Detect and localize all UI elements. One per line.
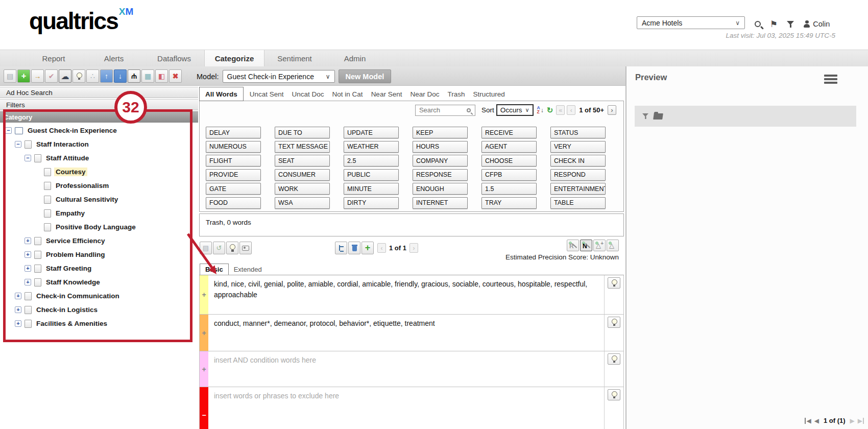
word-tab-structured[interactable]: Structured — [469, 90, 509, 98]
word-chip-cfpb[interactable]: CFPB — [481, 169, 537, 181]
delta-icon[interactable]: △ — [607, 240, 619, 251]
word-chip-1-5[interactable]: 1.5 — [481, 183, 537, 195]
flag-icon[interactable]: ⚑ — [770, 20, 778, 29]
sidebar-section-ad-hoc-search[interactable]: Ad Hoc Search — [0, 87, 198, 98]
sidebar-section-filters[interactable]: Filters — [0, 99, 198, 110]
rule-strip-add-icon[interactable]: + — [200, 275, 208, 314]
word-chip-choose[interactable]: CHOOSE — [481, 155, 537, 166]
rule-text-input[interactable]: conduct, manner*, demeanor, protocol, be… — [208, 315, 604, 351]
rule-strip-add-icon[interactable]: − — [200, 387, 208, 429]
save-icon[interactable]: ▤ — [4, 69, 16, 83]
prev-doc-icon[interactable]: ◀ — [814, 418, 819, 424]
word-chip-wsa[interactable]: WSA — [275, 197, 330, 209]
prev-rule-icon[interactable]: ‹ — [377, 243, 386, 253]
trash-icon[interactable] — [348, 242, 360, 254]
approve-document-icon[interactable]: ✔ — [45, 69, 58, 83]
save-rule-icon[interactable]: ▤ — [200, 242, 212, 254]
word-chip-numerous[interactable]: NUMEROUS — [206, 141, 261, 153]
word-chip-provide[interactable]: PROVIDE — [206, 169, 261, 181]
filter-icon[interactable] — [787, 20, 794, 28]
word-chip-internet[interactable]: INTERNET — [413, 197, 468, 209]
word-chip-2-5[interactable]: 2.5 — [344, 155, 399, 166]
refresh-icon[interactable]: ↻ — [547, 106, 553, 115]
word-chip-consumer[interactable]: CONSUMER — [275, 169, 330, 181]
word-chip-minute[interactable]: MINUTE — [344, 183, 399, 195]
word-tab-all-words[interactable]: All Words — [199, 87, 244, 101]
merge-categories-icon[interactable]: ◧ — [155, 69, 168, 83]
lightbulb-icon[interactable] — [226, 242, 238, 254]
rule-strip-add-icon[interactable]: + — [200, 351, 208, 387]
rule-text-input[interactable]: kind, nice, civil, genial, polite, amiab… — [208, 275, 604, 314]
word-chip-very[interactable]: VERY — [550, 141, 606, 153]
hierarchy-icon[interactable]: Ψ — [128, 69, 140, 83]
category-tree-icon[interactable] — [335, 242, 347, 254]
tab-admin[interactable]: Admin — [325, 50, 385, 66]
word-chip-table[interactable]: TABLE — [550, 197, 606, 209]
precision-score-icon[interactable]: N — [580, 240, 592, 251]
word-chip-respond[interactable]: RESPOND — [550, 169, 606, 181]
word-chip-hours[interactable]: HOURS — [413, 141, 468, 153]
user-menu[interactable]: Colin — [803, 20, 830, 28]
word-tab-trash[interactable]: Trash — [443, 90, 469, 98]
move-up-icon[interactable]: ↑ — [100, 69, 113, 83]
first-page-icon[interactable]: « — [556, 105, 565, 115]
word-tab-near-sent[interactable]: Near Sent — [367, 90, 406, 98]
word-tab-uncat-doc[interactable]: Uncat Doc — [288, 90, 328, 98]
rule-strip-add-icon[interactable]: + — [200, 315, 208, 351]
last-doc-icon[interactable]: ▶ — [858, 418, 864, 424]
word-tab-near-doc[interactable]: Near Doc — [406, 90, 443, 98]
recall-score-icon[interactable]: R — [567, 240, 579, 251]
tab-alerts[interactable]: Alerts — [84, 50, 144, 66]
rule-tab-extended[interactable]: Extended — [229, 264, 267, 275]
search-input[interactable] — [418, 106, 467, 114]
grid-icon[interactable]: ▦ — [141, 69, 154, 83]
word-chip-weather[interactable]: WEATHER — [344, 141, 399, 153]
tab-dataflows[interactable]: Dataflows — [144, 50, 204, 66]
rule-tab-basic[interactable]: Basic — [200, 264, 229, 275]
word-chip-check-in[interactable]: CHECK IN — [550, 155, 606, 166]
word-chip-dirty[interactable]: DIRTY — [344, 197, 399, 209]
word-chip-food[interactable]: FOOD — [206, 197, 261, 209]
prev-page-icon[interactable]: ‹ — [567, 105, 575, 115]
word-chip-status[interactable]: STATUS — [550, 127, 606, 138]
word-chip-public[interactable]: PUBLIC — [344, 169, 399, 181]
word-chip-work[interactable]: WORK — [275, 183, 330, 195]
rule-text-input[interactable]: insert words or phrases to exclude here — [208, 387, 604, 429]
word-chip-tray[interactable]: TRAY — [481, 197, 537, 209]
suggest-words-icon[interactable] — [608, 277, 620, 289]
revert-rule-icon[interactable]: ↺ — [213, 242, 225, 254]
sheep-icon[interactable]: ☁ — [59, 69, 71, 83]
word-tab-not-in-cat[interactable]: Not in Cat — [328, 90, 367, 98]
trash-drop-zone[interactable]: Trash, 0 words — [199, 213, 624, 236]
export-document-icon[interactable]: → — [31, 69, 44, 83]
word-tab-uncat-sent[interactable]: Uncat Sent — [246, 90, 288, 98]
search-icon[interactable] — [755, 21, 761, 27]
word-chip-enough[interactable]: ENOUGH — [413, 183, 468, 195]
add-category-icon[interactable]: + — [17, 69, 30, 83]
org-chart-icon[interactable]: ∴ — [86, 69, 99, 83]
next-doc-icon[interactable]: ▶ — [850, 418, 855, 424]
word-chip-seat[interactable]: SEAT — [275, 155, 330, 166]
account-selector[interactable]: Acme Hotels ∨ — [637, 16, 745, 29]
test-rule-icon[interactable] — [239, 242, 252, 254]
word-chip-company[interactable]: COMPANY — [413, 155, 468, 166]
delete-document-icon[interactable]: ✖ — [169, 69, 182, 83]
word-chip-keep[interactable]: KEEP — [413, 127, 468, 138]
word-chip-gate[interactable]: GATE — [206, 183, 261, 195]
add-rule-icon[interactable]: + — [361, 242, 374, 254]
suggest-words-icon[interactable] — [608, 353, 620, 365]
rule-text-input[interactable]: insert AND condition words here — [208, 351, 604, 387]
word-chip-flight[interactable]: FLIGHT — [206, 155, 261, 166]
word-chip-delay[interactable]: DELAY — [206, 127, 261, 138]
new-model-button[interactable]: New Model — [339, 69, 392, 83]
model-selector[interactable]: Guest Check-in Experience ∨ — [223, 70, 335, 83]
suggest-words-icon[interactable] — [608, 317, 620, 328]
word-chip-update[interactable]: UPDATE — [344, 127, 399, 138]
word-chip-response[interactable]: RESPONSE — [413, 169, 468, 181]
sort-selector[interactable]: Occurs ∨ — [496, 104, 534, 116]
tab-report[interactable]: Report — [23, 50, 84, 66]
word-chip-due-to[interactable]: DUE TO — [275, 127, 330, 138]
menu-icon[interactable] — [824, 75, 837, 85]
tab-sentiment[interactable]: Sentiment — [264, 50, 325, 66]
preview-filter-bar[interactable] — [635, 106, 856, 127]
